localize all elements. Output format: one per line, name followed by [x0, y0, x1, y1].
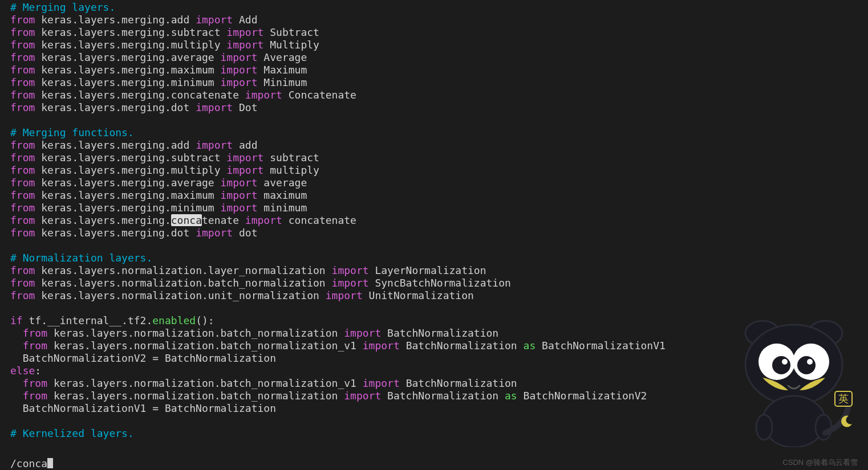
- module-path: keras.layers.merging.dot: [41, 101, 189, 113]
- module-path: keras.layers.merging.add: [41, 14, 189, 26]
- import-name: BatchNormalization: [387, 390, 498, 402]
- vim-command-line[interactable]: /conca: [0, 457, 868, 470]
- import-name: Multiply: [270, 39, 319, 51]
- kw-from: from: [10, 164, 35, 176]
- kw-from: from: [10, 76, 35, 88]
- import-name: BatchNormalization: [387, 327, 498, 339]
- search-highlight: conca: [171, 214, 202, 226]
- module-path: keras.layers.merging.concatenate: [41, 214, 239, 226]
- kw-import: import: [344, 390, 381, 402]
- kw-from: from: [10, 26, 35, 38]
- kw-import: import: [220, 202, 257, 214]
- kw-from: from: [10, 152, 35, 164]
- kw-as: as: [505, 390, 517, 402]
- import-alias: BatchNormalizationV2: [524, 390, 647, 402]
- import-name: multiply: [270, 164, 319, 176]
- module-path: keras.layers.merging.concatenate: [41, 89, 239, 101]
- kw-import: import: [196, 139, 233, 151]
- module-path: keras.layers.merging.maximum: [41, 189, 214, 201]
- module-path: keras.layers.normalization.batch_normali…: [54, 340, 356, 352]
- import-name: Subtract: [270, 26, 319, 38]
- module-path: keras.layers.normalization.batch_normali…: [54, 327, 338, 339]
- module-path: keras.layers.normalization.layer_normali…: [41, 264, 326, 276]
- kw-import: import: [326, 289, 363, 301]
- kw-from: from: [10, 214, 35, 226]
- comment: # Normalization layers.: [10, 252, 152, 264]
- kw-import: import: [332, 277, 369, 289]
- module-path: keras.layers.merging.multiply: [41, 39, 220, 51]
- kw-from: from: [23, 327, 47, 339]
- kw-import: import: [245, 89, 282, 101]
- kw-from: from: [10, 139, 35, 151]
- cursor: [47, 458, 53, 468]
- import-name: Concatenate: [289, 89, 356, 101]
- import-name: Average: [263, 51, 307, 63]
- kw-from: from: [10, 101, 35, 113]
- module-path: keras.layers.merging.add: [41, 139, 189, 151]
- kw-import: import: [220, 64, 257, 76]
- assignment: BatchNormalizationV1 = BatchNormalizatio…: [23, 402, 276, 414]
- kw-import: import: [245, 214, 282, 226]
- comment: # Merging functions.: [10, 126, 134, 138]
- kw-from: from: [10, 277, 35, 289]
- kw-from: from: [10, 202, 35, 214]
- import-name: UnitNormalization: [369, 289, 474, 301]
- kw-if: if: [10, 314, 23, 326]
- import-name: Maximum: [263, 64, 307, 76]
- module-path: keras.layers.merging.minimum: [41, 76, 214, 88]
- assignment: BatchNormalizationV2 = BatchNormalizatio…: [23, 352, 276, 364]
- kw-from: from: [10, 89, 35, 101]
- module-path: keras.layers.merging.maximum: [41, 64, 214, 76]
- import-name: dot: [239, 227, 258, 239]
- import-name: average: [263, 177, 307, 189]
- kw-import: import: [196, 101, 233, 113]
- kw-from: from: [23, 390, 47, 402]
- kw-from: from: [23, 340, 47, 352]
- code-editor[interactable]: # Merging layers. from keras.layers.merg…: [0, 0, 868, 457]
- import-name: Minimum: [263, 76, 307, 88]
- kw-from: from: [10, 14, 35, 26]
- import-name: Dot: [239, 101, 258, 113]
- import-name: BatchNormalization: [406, 377, 517, 389]
- kw-from: from: [10, 177, 35, 189]
- kw-from: from: [10, 227, 35, 239]
- import-name: LayerNormalization: [375, 264, 486, 276]
- kw-from: from: [10, 289, 35, 301]
- kw-import: import: [363, 340, 400, 352]
- kw-import: import: [226, 39, 263, 51]
- module-path: keras.layers.merging.multiply: [41, 164, 220, 176]
- kw-import: import: [226, 152, 263, 164]
- import-name: SyncBatchNormalization: [375, 277, 510, 289]
- import-name: maximum: [263, 189, 307, 201]
- kw-else: else: [10, 365, 35, 377]
- module-path: keras.layers.merging.dot: [41, 227, 189, 239]
- kw-import: import: [226, 26, 263, 38]
- kw-from: from: [23, 377, 47, 389]
- import-name: concatenate: [289, 214, 356, 226]
- kw-import: import: [220, 177, 257, 189]
- kw-from: from: [10, 264, 35, 276]
- import-name: Add: [239, 14, 258, 26]
- condition: tf.__internal__.tf2.enabled():: [29, 314, 214, 326]
- module-path: keras.layers.normalization.batch_normali…: [54, 390, 338, 402]
- import-alias: BatchNormalizationV1: [542, 340, 666, 352]
- kw-import: import: [332, 264, 369, 276]
- comment: # Merging layers.: [10, 1, 115, 13]
- kw-import: import: [196, 14, 233, 26]
- kw-import: import: [220, 76, 257, 88]
- import-name: add: [239, 139, 258, 151]
- kw-import: import: [220, 189, 257, 201]
- kw-import: import: [226, 164, 263, 176]
- kw-import: import: [196, 227, 233, 239]
- module-path: keras.layers.merging.average: [41, 177, 214, 189]
- kw-from: from: [10, 64, 35, 76]
- module-path: keras.layers.merging.average: [41, 51, 214, 63]
- kw-import: import: [363, 377, 400, 389]
- kw-import: import: [220, 51, 257, 63]
- kw-import: import: [344, 327, 381, 339]
- module-path: keras.layers.merging.minimum: [41, 202, 214, 214]
- kw-from: from: [10, 51, 35, 63]
- import-name: BatchNormalization: [406, 340, 517, 352]
- module-path: keras.layers.merging.subtract: [41, 26, 220, 38]
- module-path: keras.layers.normalization.batch_normali…: [54, 377, 356, 389]
